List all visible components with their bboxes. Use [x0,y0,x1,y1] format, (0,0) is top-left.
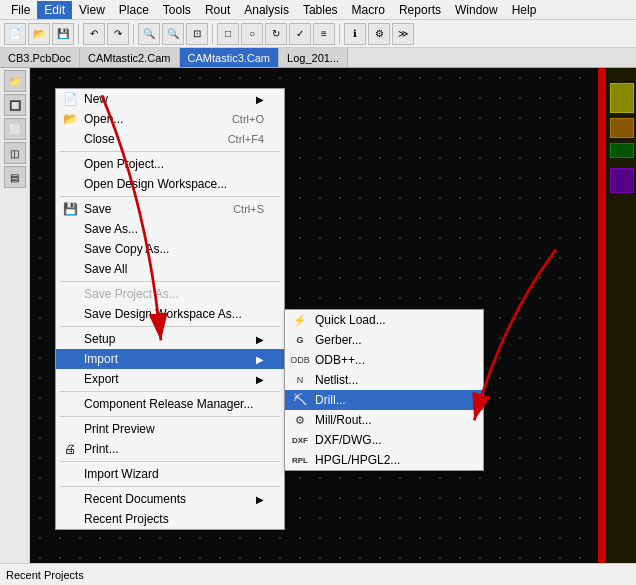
toolbar-check[interactable]: ✓ [289,23,311,45]
save-shortcut: Ctrl+S [233,203,264,215]
menu-bar: File Edit View Place Tools Rout Analysis… [0,0,636,20]
sidebar-icon-3[interactable]: ⬜ [4,118,26,140]
recent-docs-arrow-icon: ▶ [256,494,264,505]
main-area: 📁 🔲 ⬜ ◫ ▤ 📄 New ▶ 📂 Open... [0,68,636,563]
submenu-odb[interactable]: ODB ODB++... [285,350,483,370]
recent-projects-label: Recent Projects [6,569,84,581]
sidebar-icon-5[interactable]: ▤ [4,166,26,188]
toolbar-open[interactable]: 📂 [28,23,50,45]
submenu-drill[interactable]: ⛏ Drill... [285,390,483,410]
menu-item-print[interactable]: 🖨 Print... [56,439,284,459]
menu-place[interactable]: Place [112,1,156,19]
menu-item-save-workspace-as[interactable]: Save Design Workspace As... [56,304,284,324]
toolbar-save[interactable]: 💾 [52,23,74,45]
separator-7 [60,461,280,462]
tab-bar: CB3.PcbDoc CAMtastic2.Cam CAMtastic3.Cam… [0,48,636,68]
tab-pcbdoc[interactable]: CB3.PcbDoc [0,48,80,67]
menu-item-recent-projects[interactable]: Recent Projects [56,509,284,529]
toolbar-zoom-out[interactable]: 🔍 [162,23,184,45]
toolbar-refresh[interactable]: ↻ [265,23,287,45]
menu-item-open-project[interactable]: Open Project... [56,154,284,174]
toolbar-new[interactable]: 📄 [4,23,26,45]
submenu-dxf-dwg[interactable]: DXF DXF/DWG... [285,430,483,450]
menu-item-close[interactable]: Close Ctrl+F4 [56,129,284,149]
toolbar-info[interactable]: ℹ [344,23,366,45]
toolbar-fit[interactable]: ⊡ [186,23,208,45]
hpgl-icon: RPL [291,451,309,469]
import-arrow-icon: ▶ [256,354,264,365]
gerber-icon: G [291,331,309,349]
separator-3 [60,281,280,282]
menu-rout[interactable]: Rout [198,1,237,19]
menu-item-comp-release[interactable]: Component Release Manager... [56,394,284,414]
menu-item-import[interactable]: Import ▶ [56,349,284,369]
menu-item-new[interactable]: 📄 New ▶ [56,89,284,109]
tab-log[interactable]: Log_201... [279,48,348,67]
menu-item-open[interactable]: 📂 Open... Ctrl+O [56,109,284,129]
submenu-gerber[interactable]: G Gerber... [285,330,483,350]
separator-8 [60,486,280,487]
save-icon: 💾 [62,201,78,217]
sidebar-icon-2[interactable]: 🔲 [4,94,26,116]
menu-item-save-all[interactable]: Save All [56,259,284,279]
toolbar-settings[interactable]: ⚙ [368,23,390,45]
menu-item-save[interactable]: 💾 Save Ctrl+S [56,199,284,219]
menu-tables[interactable]: Tables [296,1,345,19]
toolbar-zoom-in[interactable]: 🔍 [138,23,160,45]
toolbar-separator-2 [133,24,134,44]
quick-load-icon: ⚡ [291,311,309,329]
sidebar-icon-1[interactable]: 📁 [4,70,26,92]
menu-item-setup[interactable]: Setup ▶ [56,329,284,349]
submenu-hpgl[interactable]: RPL HPGL/HPGL2... [285,450,483,470]
pcb-components [606,68,636,563]
menu-help[interactable]: Help [505,1,544,19]
menu-item-print-preview[interactable]: Print Preview [56,419,284,439]
tab-cam2[interactable]: CAMtastic2.Cam [80,48,180,67]
menu-item-recent-docs[interactable]: Recent Documents ▶ [56,489,284,509]
pcb-component-4 [610,168,634,193]
sidebar-icon-4[interactable]: ◫ [4,142,26,164]
new-arrow-icon: ▶ [256,94,264,105]
open-icon: 📂 [62,111,78,127]
drill-icon: ⛏ [291,391,309,409]
menu-tools[interactable]: Tools [156,1,198,19]
toolbar-layers[interactable]: ≡ [313,23,335,45]
menu-reports[interactable]: Reports [392,1,448,19]
toolbar-redo[interactable]: ↷ [107,23,129,45]
menu-item-open-workspace[interactable]: Open Design Workspace... [56,174,284,194]
separator-4 [60,326,280,327]
menu-analysis[interactable]: Analysis [237,1,296,19]
menu-item-export[interactable]: Export ▶ [56,369,284,389]
tab-cam3[interactable]: CAMtastic3.Cam [180,48,280,67]
menu-item-import-wizard[interactable]: Import Wizard [56,464,284,484]
toolbar-rect[interactable]: □ [217,23,239,45]
submenu-quick-load[interactable]: ⚡ Quick Load... [285,310,483,330]
pcb-component-3 [610,143,634,158]
status-bar: Recent Projects [0,563,636,585]
menu-file[interactable]: File [4,1,37,19]
separator-2 [60,196,280,197]
submenu-mill-rout[interactable]: ⚙ Mill/Rout... [285,410,483,430]
toolbar-extra[interactable]: ≫ [392,23,414,45]
toolbar-circle[interactable]: ○ [241,23,263,45]
menu-item-save-as[interactable]: Save As... [56,219,284,239]
submenu-netlist[interactable]: N Netlist... [285,370,483,390]
left-sidebar: 📁 🔲 ⬜ ◫ ▤ [0,68,30,563]
import-submenu: ⚡ Quick Load... G Gerber... ODB ODB++...… [284,309,484,471]
toolbar: 📄 📂 💾 ↶ ↷ 🔍 🔍 ⊡ □ ○ ↻ ✓ ≡ ℹ ⚙ ≫ [0,20,636,48]
mill-rout-icon: ⚙ [291,411,309,429]
toolbar-separator-1 [78,24,79,44]
menu-macro[interactable]: Macro [345,1,392,19]
menu-item-save-project-as: Save Project As... [56,284,284,304]
new-icon: 📄 [62,91,78,107]
separator-1 [60,151,280,152]
menu-item-save-copy-as[interactable]: Save Copy As... [56,239,284,259]
edit-dropdown-menu: 📄 New ▶ 📂 Open... Ctrl+O Close Ctrl+F4 O… [55,88,285,530]
separator-5 [60,391,280,392]
menu-window[interactable]: Window [448,1,505,19]
toolbar-separator-3 [212,24,213,44]
menu-view[interactable]: View [72,1,112,19]
toolbar-undo[interactable]: ↶ [83,23,105,45]
export-arrow-icon: ▶ [256,374,264,385]
menu-edit[interactable]: Edit [37,1,72,19]
